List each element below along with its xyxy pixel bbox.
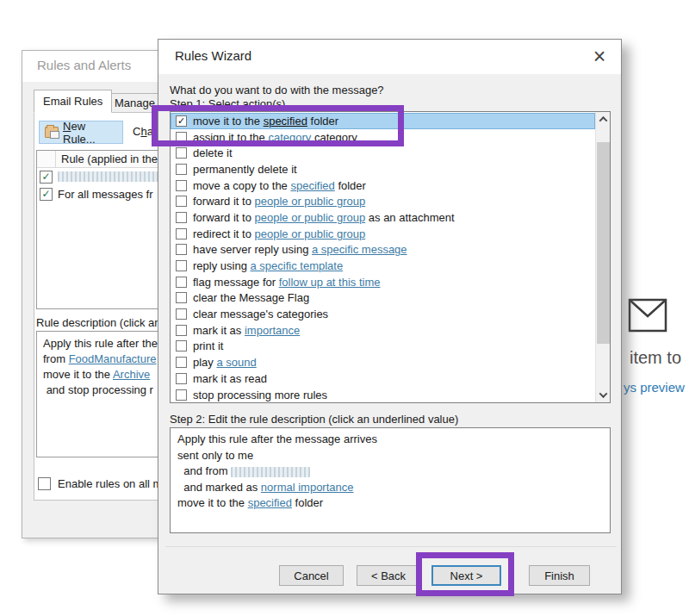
rule-description-line: move it to the specified folder xyxy=(177,495,603,512)
tab-email-rules[interactable]: Email Rules xyxy=(34,90,112,113)
inline-link[interactable]: specified xyxy=(264,115,307,128)
text-segment: redirect it to xyxy=(193,227,255,240)
action-checkbox[interactable] xyxy=(176,147,187,159)
action-label: clear the Message Flag xyxy=(193,291,309,304)
text-segment: stop processing more rules xyxy=(193,389,327,401)
action-item[interactable]: delete it xyxy=(171,145,595,161)
action-item[interactable]: clear the Message Flag xyxy=(171,290,595,307)
action-checkbox[interactable] xyxy=(176,277,187,288)
action-checkbox[interactable] xyxy=(176,340,187,352)
action-label: mark it as read xyxy=(193,372,267,385)
action-label: move a copy to the specified folder xyxy=(193,179,366,192)
scroll-up-icon[interactable] xyxy=(596,112,611,127)
inline-link[interactable]: FoodManufacture xyxy=(69,352,157,365)
action-checkbox[interactable] xyxy=(176,212,187,223)
rule-description-line: and marked as normal importance xyxy=(177,480,603,496)
new-rule-icon xyxy=(45,127,59,138)
new-rule-button[interactable]: New Rule... xyxy=(39,121,123,144)
action-item[interactable]: mark it as importance xyxy=(171,322,595,339)
action-label: stop processing more rules xyxy=(193,389,327,401)
inline-link[interactable]: a specific template xyxy=(250,259,343,272)
rules-header-label: Rule (applied in the xyxy=(56,152,158,165)
action-checkbox[interactable] xyxy=(176,244,187,255)
back-button[interactable]: < Back xyxy=(357,565,420,586)
text-segment: print it xyxy=(193,339,223,352)
action-label: clear message's categories xyxy=(193,308,328,320)
text-segment: and stop processing r xyxy=(43,383,153,396)
envelope-icon xyxy=(628,298,667,333)
inline-link[interactable]: normal importance xyxy=(261,481,354,494)
scrollbar-thumb[interactable] xyxy=(597,142,610,344)
next-button[interactable]: Next > xyxy=(431,565,501,586)
text-segment: and marked as xyxy=(177,481,261,494)
step1-label: Step 1: Select action(s) xyxy=(170,97,285,110)
action-checkbox[interactable] xyxy=(176,180,187,191)
action-checkbox[interactable] xyxy=(176,325,187,336)
action-item[interactable]: clear message's categories xyxy=(171,306,595,322)
text-segment: clear message's categories xyxy=(193,308,328,320)
action-label: move it to the specified folder xyxy=(193,115,338,128)
wizard-titlebar: Rules Wizard × xyxy=(158,40,621,74)
text-segment: folder xyxy=(335,179,366,192)
inline-link[interactable]: category xyxy=(268,131,311,144)
action-item[interactable]: redirect it to people or public group xyxy=(171,226,595,242)
action-item[interactable]: ✓move it to the specified folder xyxy=(171,113,595,129)
action-item[interactable]: have server reply using a specific messa… xyxy=(171,242,595,258)
close-icon[interactable]: × xyxy=(587,43,612,69)
inline-link[interactable]: specified xyxy=(248,496,292,509)
scroll-down-icon[interactable] xyxy=(596,388,611,402)
action-item[interactable]: forward it to people or public group xyxy=(171,193,595,209)
action-label: assign it to the category category xyxy=(193,131,357,144)
action-checkbox[interactable] xyxy=(176,389,187,401)
inline-link[interactable]: importance xyxy=(245,324,300,337)
action-item[interactable]: mark it as read xyxy=(171,370,595,387)
action-checkbox[interactable] xyxy=(176,260,187,271)
inline-link[interactable]: a sound xyxy=(216,356,256,369)
inline-link[interactable]: people or public group xyxy=(255,195,366,208)
action-checkbox[interactable] xyxy=(176,292,187,303)
action-item[interactable]: move a copy to the specified folder xyxy=(171,177,595,194)
text-segment: from xyxy=(43,352,69,365)
text-segment: and from xyxy=(177,464,231,477)
action-item[interactable]: reply using a specific template xyxy=(171,258,595,274)
action-checkbox[interactable] xyxy=(176,373,187,384)
action-label: print it xyxy=(193,339,223,352)
action-checkbox[interactable]: ✓ xyxy=(176,115,187,127)
action-checkbox[interactable] xyxy=(176,357,187,368)
inline-link[interactable]: a specific message xyxy=(312,243,407,256)
action-checkbox[interactable] xyxy=(176,228,187,240)
inline-link[interactable]: people or public group xyxy=(255,211,366,224)
inline-link[interactable]: follow up at this time xyxy=(279,276,381,289)
action-item[interactable]: print it xyxy=(171,339,595,355)
enable-rules-checkbox[interactable] xyxy=(38,477,51,490)
action-checkbox[interactable] xyxy=(176,308,187,320)
finish-button[interactable]: Finish xyxy=(529,565,590,586)
cancel-button[interactable]: Cancel xyxy=(279,565,344,586)
inline-link[interactable]: Archive xyxy=(113,368,150,381)
action-checkbox[interactable] xyxy=(176,132,187,143)
action-checkbox[interactable] xyxy=(176,196,187,207)
inline-link[interactable]: specified xyxy=(290,179,334,192)
rule-checkbox[interactable]: ✓ xyxy=(40,171,53,184)
scrollbar[interactable] xyxy=(595,112,610,402)
action-label: forward it to people or public group xyxy=(193,195,365,208)
action-item[interactable]: forward it to people or public group as … xyxy=(171,209,595,226)
action-item[interactable]: permanently delete it xyxy=(171,161,595,177)
action-item[interactable]: play a sound xyxy=(171,354,595,370)
text-segment: clear the Message Flag xyxy=(193,291,309,304)
inline-link[interactable]: people or public group xyxy=(255,227,366,240)
action-checkbox[interactable] xyxy=(176,164,187,175)
enable-rules-row[interactable]: Enable rules on all m xyxy=(38,477,162,490)
action-item[interactable]: assign it to the category category xyxy=(171,129,595,146)
action-item[interactable]: flag message for follow up at this time xyxy=(171,274,595,290)
rule-checkbox[interactable]: ✓ xyxy=(40,188,53,201)
text-segment: Apply this rule after the message arrive… xyxy=(177,432,377,445)
action-label: delete it xyxy=(193,146,233,159)
text-segment: folder xyxy=(307,115,338,128)
reading-pane-link[interactable]: ys preview xyxy=(624,380,685,395)
rule-description-line: Apply this rule after the message arrive… xyxy=(177,432,603,448)
text-segment: forward it to xyxy=(193,195,255,208)
action-item[interactable]: stop processing more rules xyxy=(171,387,595,403)
action-listbox[interactable]: ✓move it to the specified folderassign i… xyxy=(170,111,611,403)
text-segment: move a copy to the xyxy=(193,179,290,192)
